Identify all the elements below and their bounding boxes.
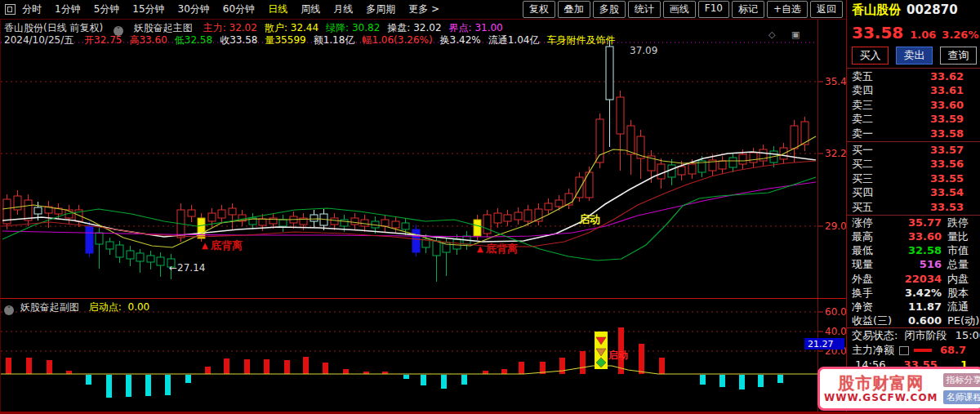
candle-body bbox=[96, 233, 103, 244]
toolbar-button[interactable]: 叠加 bbox=[558, 1, 590, 18]
sub-chart-zone: 启动60.0040.0020.0021.27 ˅ 妖股奋起副图 启动点: 0.0… bbox=[0, 298, 846, 412]
candle-body bbox=[310, 215, 318, 221]
ohlc-field: 低32.58 bbox=[175, 34, 212, 46]
sub-bar-down bbox=[165, 375, 171, 395]
level-label: 卖一 bbox=[852, 127, 889, 140]
toolbar-tab[interactable]: 5分钟 bbox=[94, 2, 120, 16]
sell-button[interactable]: 卖出 bbox=[896, 47, 933, 65]
toolbar-button[interactable]: 多股 bbox=[593, 1, 626, 18]
stat-value: 0.600 bbox=[898, 314, 942, 327]
bid-row[interactable]: 买四33.54 bbox=[847, 185, 980, 199]
candle-body bbox=[494, 213, 501, 223]
sub-chart-header: ˅ 妖股奋起副图 启动点: 0.00 bbox=[4, 300, 149, 315]
toolbar-button[interactable]: 统计 bbox=[628, 1, 661, 18]
layout-grid-icon[interactable]: ▣ bbox=[791, 29, 806, 40]
toolbar-tab[interactable]: 60分钟 bbox=[223, 2, 255, 16]
sub-param-value: 0.00 bbox=[128, 301, 150, 313]
candle-body bbox=[524, 210, 532, 221]
bid-row[interactable]: 买二33.56 bbox=[847, 157, 980, 171]
toolbar-button[interactable]: 标记 bbox=[732, 1, 764, 18]
stat-value: 32.58 bbox=[898, 243, 942, 257]
stat-value: 22034 bbox=[898, 272, 942, 286]
candle-body bbox=[739, 154, 746, 164]
toolbar-button[interactable]: +自选 bbox=[767, 1, 808, 18]
stat-label: 现量 bbox=[852, 257, 898, 271]
ask-row[interactable]: 卖二33.59 bbox=[847, 112, 980, 126]
ohlc-values: 开32.75高33.60低32.58收33.58量35599额1.18亿幅1.0… bbox=[84, 34, 622, 46]
stat-label: 最低 bbox=[852, 243, 898, 257]
candle-body bbox=[555, 200, 563, 207]
ask-row[interactable]: 卖一33.58 bbox=[847, 127, 980, 140]
level-label: 买五 bbox=[852, 200, 889, 214]
watermark-badge: 名师课程 bbox=[943, 390, 980, 404]
toolbar-tab[interactable]: 月线 bbox=[333, 2, 353, 16]
ohlc-field: 开32.75 bbox=[84, 34, 122, 46]
diamond-marker-icon[interactable]: ◇ bbox=[768, 29, 782, 40]
toolbar-tab[interactable]: 分时 bbox=[22, 2, 42, 16]
candle-body bbox=[402, 223, 409, 229]
bid-row[interactable]: 买一33.57 bbox=[847, 143, 980, 157]
candle-body bbox=[106, 242, 114, 249]
sub-bar-up bbox=[659, 358, 665, 374]
sub-bar-down bbox=[441, 375, 447, 389]
toolbar-tab[interactable]: 更多 > bbox=[408, 2, 439, 16]
chart-annotation: 启动 bbox=[578, 213, 600, 225]
watermark-badges: 指标分享 名师课程 bbox=[943, 373, 980, 404]
sub-bar-up bbox=[6, 358, 11, 374]
indicator-field: 绿降: 30.82 bbox=[326, 22, 380, 33]
toolbar-button[interactable]: 复权 bbox=[523, 1, 555, 18]
bid-row[interactable]: 买三33.55 bbox=[847, 171, 980, 185]
toolbar-button[interactable]: 返回 bbox=[810, 1, 843, 18]
sub-indicator-chart[interactable]: 启动60.0040.0020.0021.27 bbox=[1, 299, 847, 413]
ask-row[interactable]: 卖五33.62 bbox=[847, 69, 980, 83]
toolbar-tab[interactable]: 30分钟 bbox=[178, 2, 210, 16]
grid-group bbox=[1, 42, 817, 226]
indicator-field: 操盘: 32.02 bbox=[387, 22, 441, 33]
toolbar-tab[interactable]: 1分钟 bbox=[55, 2, 81, 16]
level-label: 卖五 bbox=[852, 69, 889, 83]
watermark-text: 股市财富网 WWW.GSCFW.COM bbox=[824, 374, 938, 403]
main-candlestick-chart[interactable]: 35.4932.2629.0337.09←27.14▲底背离▲底背离启动 bbox=[1, 20, 847, 298]
quote-stats: 涨停35.77跌停最高33.60量比最低32.58市值现量516总量外盘2203… bbox=[847, 216, 980, 328]
toolbar-tab[interactable]: 日线 bbox=[268, 2, 287, 16]
candle-body bbox=[514, 212, 522, 220]
candle-body bbox=[453, 239, 461, 249]
stat-row: 涨停35.77跌停 bbox=[847, 216, 980, 229]
candle-body bbox=[504, 215, 511, 221]
bid-row[interactable]: 买五33.53 bbox=[847, 200, 980, 214]
sub-bar-up bbox=[224, 358, 229, 374]
chart-annotation: ▲ bbox=[477, 244, 483, 253]
ask-row[interactable]: 卖三33.60 bbox=[847, 98, 980, 112]
stat-label-2: 内盘 bbox=[947, 272, 980, 286]
toolbar-button[interactable]: F10 bbox=[698, 1, 729, 18]
toolbar-tab[interactable]: 周线 bbox=[301, 2, 320, 16]
flow-detail-icon[interactable] bbox=[899, 346, 909, 355]
sub-param-label: 启动点: bbox=[89, 301, 122, 313]
sub-baseline-group bbox=[1, 366, 817, 374]
candle-body bbox=[483, 215, 491, 234]
sub-bar-up bbox=[519, 362, 524, 374]
stat-row: 现量516总量 bbox=[847, 257, 980, 271]
candle-body bbox=[188, 210, 195, 216]
watermark-title: 股市财富网 bbox=[824, 374, 938, 392]
last-price: 33.58 bbox=[852, 23, 903, 42]
indicator-collapse-icon[interactable]: ˅ bbox=[4, 305, 14, 315]
watermark-url: WWW.GSCFW.COM bbox=[824, 392, 938, 403]
buy-button[interactable]: 买入 bbox=[852, 47, 889, 65]
stat-label-2: PE(动) bbox=[947, 314, 980, 327]
stat-label-2: 总量 bbox=[947, 257, 980, 271]
toolbar-buttons: 复权叠加多股统计画线F10标记+自选返回 bbox=[520, 1, 843, 18]
toolbar-tab[interactable]: 15分钟 bbox=[132, 2, 164, 16]
trade-status-value: 闭市阶段 bbox=[905, 329, 947, 341]
toolbar-tab[interactable]: 多周期 bbox=[366, 2, 395, 16]
window-icon[interactable] bbox=[5, 4, 16, 15]
ohlc-field: 收33.58 bbox=[220, 34, 257, 46]
price-row: 33.581.063.26% bbox=[847, 18, 980, 44]
query-button[interactable]: 查询 bbox=[940, 47, 977, 65]
candle-body bbox=[719, 161, 726, 169]
ask-row[interactable]: 卖四33.61 bbox=[847, 83, 980, 97]
toolbar-button[interactable]: 画线 bbox=[663, 1, 696, 18]
level-price: 33.55 bbox=[889, 171, 964, 185]
chart-annotation: ←27.14 bbox=[169, 262, 205, 274]
stat-row: 最高33.60量比 bbox=[847, 229, 980, 243]
